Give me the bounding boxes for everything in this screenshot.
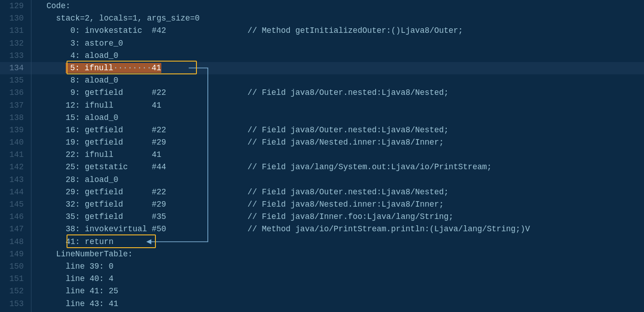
code-line[interactable]: 8: aload_0 <box>46 74 644 87</box>
code-line[interactable]: line 40: 4 <box>46 273 644 285</box>
code-text: line 43: 41 <box>46 299 118 308</box>
code-text: line 39: 0 <box>46 262 113 271</box>
line-number: 137 <box>0 99 24 112</box>
code-line[interactable]: 4: aload_0 <box>46 50 644 62</box>
code-text: 3: astore_0 <box>46 39 123 48</box>
code-text: 5: ifnull········41 <box>46 63 161 73</box>
code-text: stack=2, locals=1, args_size=0 <box>46 14 200 23</box>
line-number: 129 <box>0 0 24 12</box>
line-number: 146 <box>0 211 24 223</box>
code-text: Code: <box>46 1 71 10</box>
code-text: 25: getstatic #44 // Field java/lang/Sys… <box>46 162 492 172</box>
line-number: 147 <box>0 223 24 235</box>
code-text: 4: aload_0 <box>46 51 118 60</box>
code-text: 35: getfield #35 // Field java8/Inner.fo… <box>46 212 453 221</box>
code-line[interactable]: 3: astore_0 <box>46 37 644 50</box>
code-text: 12: ifnull 41 <box>46 101 161 110</box>
line-number: 130 <box>0 12 24 25</box>
line-number: 141 <box>0 149 24 161</box>
line-number: 138 <box>0 112 24 124</box>
code-line[interactable]: line 39: 0 <box>46 260 644 273</box>
line-number: 144 <box>0 186 24 198</box>
code-text: 16: getfield #22 // Field java8/Outer.ne… <box>46 125 448 135</box>
code-line[interactable]: 32: getfield #29 // Field java8/Nested.i… <box>46 198 644 211</box>
code-text: 8: aload_0 <box>46 76 118 85</box>
line-number: 145 <box>0 198 24 211</box>
code-line[interactable]: 19: getfield #29 // Field java8/Nested.i… <box>46 136 644 149</box>
code-line[interactable]: line 41: 25 <box>46 285 644 297</box>
code-area[interactable]: Code: stack=2, locals=1, args_size=0 0: … <box>38 0 644 312</box>
code-text: 19: getfield #29 // Field java8/Nested.i… <box>46 138 444 147</box>
line-number: 142 <box>0 161 24 173</box>
line-number: 150 <box>0 260 24 273</box>
line-number: 149 <box>0 248 24 260</box>
code-line[interactable]: 12: ifnull 41 <box>46 99 644 112</box>
text-selection: 5: ifnull········41 <box>66 63 161 73</box>
code-line[interactable]: LineNumberTable: <box>46 248 644 260</box>
line-number: 132 <box>0 37 24 50</box>
code-line[interactable]: 25: getstatic #44 // Field java/lang/Sys… <box>46 161 644 173</box>
code-line[interactable]: 9: getfield #22 // Field java8/Outer.nes… <box>46 87 644 99</box>
fold-guides <box>28 0 38 312</box>
code-line[interactable]: line 43: 41 <box>46 298 644 310</box>
code-text: line 41: 25 <box>46 286 118 296</box>
code-line[interactable]: 0: invokestatic #42 // Method getInitial… <box>46 25 644 37</box>
line-number: 135 <box>0 74 24 87</box>
line-number-gutter: 1291301311321331341351361371381391401411… <box>0 0 28 312</box>
code-line[interactable]: 15: aload_0 <box>46 112 644 124</box>
code-line[interactable]: 16: getfield #22 // Field java8/Outer.ne… <box>46 124 644 136</box>
line-number: 148 <box>0 236 24 248</box>
line-number: 136 <box>0 87 24 99</box>
line-number: 153 <box>0 298 24 310</box>
code-text: 9: getfield #22 // Field java8/Outer.nes… <box>46 88 448 97</box>
code-text: LineNumberTable: <box>46 250 133 259</box>
code-text: line 40: 4 <box>46 274 113 283</box>
line-number: 131 <box>0 25 24 37</box>
code-text: 15: aload_0 <box>46 113 118 122</box>
line-number: 139 <box>0 124 24 136</box>
line-number: 143 <box>0 174 24 186</box>
code-text: 0: invokestatic #42 // Method getInitial… <box>46 26 463 35</box>
line-number: 140 <box>0 136 24 149</box>
code-line[interactable]: 35: getfield #35 // Field java8/Inner.fo… <box>46 211 644 223</box>
code-line[interactable]: 41: return <box>46 236 644 248</box>
code-text: 32: getfield #29 // Field java8/Nested.i… <box>46 200 444 209</box>
code-line[interactable]: 29: getfield #22 // Field java8/Outer.ne… <box>46 186 644 198</box>
line-number: 152 <box>0 285 24 297</box>
code-line[interactable]: 38: invokevirtual #50 // Method java/io/… <box>46 223 644 235</box>
line-number: 134 <box>0 62 24 74</box>
code-text: 38: invokevirtual #50 // Method java/io/… <box>46 224 530 234</box>
code-line[interactable]: Code: <box>46 0 644 12</box>
line-number: 151 <box>0 273 24 285</box>
code-line[interactable]: stack=2, locals=1, args_size=0 <box>46 12 644 25</box>
code-text: 28: aload_0 <box>46 175 118 184</box>
code-editor[interactable]: 1291301311321331341351361371381391401411… <box>0 0 644 312</box>
code-text: 22: ifnull 41 <box>46 150 161 159</box>
line-number: 133 <box>0 50 24 62</box>
code-line[interactable]: 28: aload_0 <box>46 174 644 186</box>
code-text: 29: getfield #22 // Field java8/Outer.ne… <box>46 187 448 197</box>
code-line[interactable]: 5: ifnull········41 <box>46 62 644 74</box>
code-line[interactable]: 22: ifnull 41 <box>46 149 644 161</box>
code-text: 41: return <box>46 237 113 246</box>
